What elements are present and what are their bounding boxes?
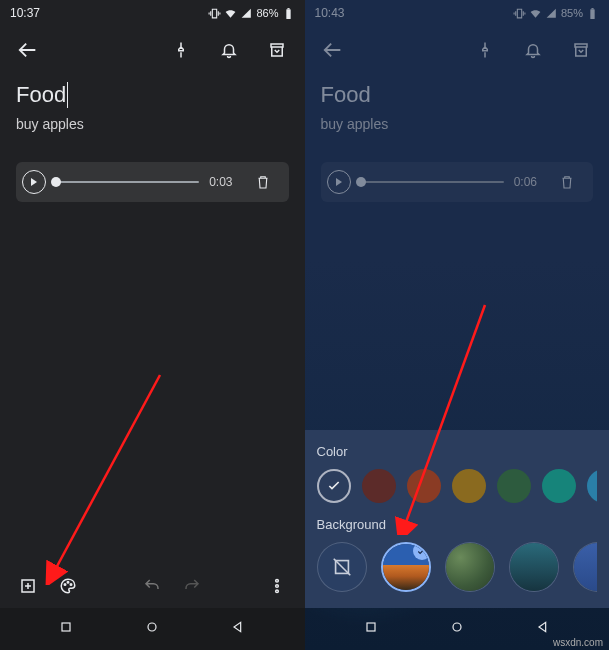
audio-delete-button[interactable] [547, 162, 587, 202]
more-button[interactable] [257, 566, 297, 606]
background-option-leaves[interactable] [445, 542, 495, 592]
svg-point-17 [453, 623, 461, 631]
svg-point-7 [275, 579, 278, 582]
status-bar: 10:37 86% [0, 0, 305, 26]
svg-rect-12 [590, 9, 594, 19]
audio-duration: 0:03 [209, 175, 232, 189]
screen-background-picker: 10:43 85% Food buy apples 0:06 [305, 0, 610, 650]
nav-back-button[interactable] [535, 619, 551, 639]
background-option-row[interactable] [317, 542, 598, 592]
status-bar: 10:43 85% [305, 0, 610, 26]
svg-rect-13 [591, 8, 593, 9]
svg-point-6 [70, 584, 72, 586]
vibrate-icon [513, 7, 526, 20]
svg-rect-1 [287, 8, 289, 9]
reminder-button[interactable] [513, 30, 553, 70]
color-swatch-none[interactable] [317, 469, 351, 503]
archive-button[interactable] [257, 30, 297, 70]
note-content[interactable]: Food buy apples 0:03 [0, 74, 305, 564]
background-option-mountain[interactable] [573, 542, 598, 592]
pin-button[interactable] [465, 30, 505, 70]
svg-point-5 [67, 582, 69, 584]
status-time: 10:43 [315, 6, 345, 20]
status-battery: 85% [561, 7, 583, 19]
nav-back-button[interactable] [230, 619, 246, 639]
note-body-input[interactable]: buy apples [16, 116, 289, 132]
status-icons: 85% [513, 7, 599, 20]
status-icons: 86% [208, 7, 294, 20]
audio-attachment: 0:06 [321, 162, 594, 202]
nav-recents-button[interactable] [58, 619, 74, 639]
color-swatch[interactable] [587, 469, 598, 503]
background-option-dunes[interactable] [509, 542, 559, 592]
battery-icon [282, 7, 295, 20]
battery-icon [586, 7, 599, 20]
audio-attachment: 0:03 [16, 162, 289, 202]
signal-icon [545, 7, 558, 20]
svg-rect-16 [367, 623, 375, 631]
background-option-landscape[interactable] [381, 542, 431, 592]
note-title-input[interactable]: Food [321, 82, 372, 108]
note-body-input[interactable]: buy apples [321, 116, 594, 132]
system-nav-bar [0, 608, 305, 650]
screen-note-editor: 10:37 86% Food buy apples 0:03 [0, 0, 305, 650]
status-time: 10:37 [10, 6, 40, 20]
svg-point-4 [64, 584, 66, 586]
color-swatch[interactable] [452, 469, 486, 503]
color-swatch[interactable] [407, 469, 441, 503]
background-picker-sheet[interactable]: Color Background [305, 430, 610, 608]
svg-rect-14 [575, 44, 587, 47]
svg-point-11 [148, 623, 156, 631]
redo-button[interactable] [172, 566, 212, 606]
audio-seek-slider[interactable] [56, 181, 199, 183]
pin-button[interactable] [161, 30, 201, 70]
archive-button[interactable] [561, 30, 601, 70]
nav-home-button[interactable] [144, 619, 160, 639]
selected-check-icon [413, 542, 431, 560]
svg-point-8 [275, 585, 278, 588]
note-toolbar [305, 26, 610, 74]
wifi-icon [529, 7, 542, 20]
svg-rect-10 [62, 623, 70, 631]
audio-seek-slider[interactable] [361, 181, 504, 183]
svg-rect-2 [271, 44, 283, 47]
color-swatch[interactable] [497, 469, 531, 503]
audio-play-button[interactable] [22, 170, 46, 194]
undo-button[interactable] [132, 566, 172, 606]
color-swatch-row[interactable] [317, 469, 598, 503]
audio-duration: 0:06 [514, 175, 537, 189]
vibrate-icon [208, 7, 221, 20]
back-button[interactable] [313, 30, 353, 70]
reminder-button[interactable] [209, 30, 249, 70]
svg-rect-0 [286, 9, 290, 19]
note-bottom-bar [0, 564, 305, 608]
signal-icon [240, 7, 253, 20]
wifi-icon [224, 7, 237, 20]
color-section-label: Color [317, 444, 598, 459]
note-toolbar [0, 26, 305, 74]
svg-point-9 [275, 590, 278, 593]
background-section-label: Background [317, 517, 598, 532]
nav-recents-button[interactable] [363, 619, 379, 639]
palette-button[interactable] [48, 566, 88, 606]
add-attachment-button[interactable] [8, 566, 48, 606]
nav-home-button[interactable] [449, 619, 465, 639]
back-button[interactable] [8, 30, 48, 70]
audio-play-button[interactable] [327, 170, 351, 194]
color-swatch[interactable] [542, 469, 576, 503]
color-swatch[interactable] [362, 469, 396, 503]
status-battery: 86% [256, 7, 278, 19]
audio-delete-button[interactable] [243, 162, 283, 202]
watermark-text: wsxdn.com [553, 637, 603, 648]
note-title-input[interactable]: Food [16, 82, 68, 108]
background-option-none[interactable] [317, 542, 367, 592]
